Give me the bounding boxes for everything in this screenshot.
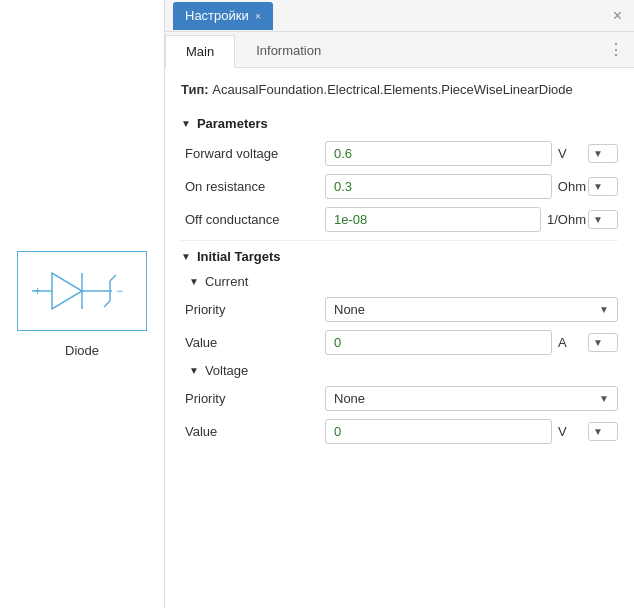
voltage-unit-dropdown[interactable]: ▼ — [588, 422, 618, 441]
current-value-row: Value A ▼ — [181, 330, 618, 355]
current-value-label: Value — [185, 335, 325, 350]
off-conductance-label: Off conductance — [185, 212, 325, 227]
tab-bar: Main Information ⋮ — [165, 32, 634, 68]
tab-information[interactable]: Information — [235, 34, 342, 67]
separator-1 — [181, 240, 618, 241]
diode-diagram: + − — [17, 251, 147, 331]
voltage-priority-select[interactable]: None ▼ — [325, 386, 618, 411]
voltage-unit-label: V — [556, 420, 588, 443]
parameters-title: Parameters — [197, 116, 268, 131]
initial-targets-arrow: ▼ — [181, 251, 191, 262]
parameters-section-header[interactable]: ▼ Parameters — [181, 116, 618, 131]
current-label: Current — [205, 274, 248, 289]
title-bar: Настройки × × — [165, 0, 634, 32]
chevron-icon: ▼ — [599, 393, 609, 404]
svg-text:−: − — [116, 284, 123, 298]
current-value-input[interactable] — [325, 330, 552, 355]
voltage-priority-value: None — [334, 391, 365, 406]
off-conductance-input[interactable] — [325, 207, 541, 232]
content-area: Тип: AcausalFoundation.Electrical.Elemen… — [165, 68, 634, 608]
settings-tab[interactable]: Настройки × — [173, 2, 273, 30]
off-conductance-unit-dropdown[interactable]: ▼ — [588, 210, 618, 229]
chevron-icon: ▼ — [593, 148, 603, 159]
parameters-arrow: ▼ — [181, 118, 191, 129]
on-resistance-input[interactable] — [325, 174, 552, 199]
tab-main[interactable]: Main — [165, 35, 235, 68]
on-resistance-row: On resistance Ohm ▼ — [181, 174, 618, 199]
tab-title: Настройки — [185, 8, 249, 23]
chevron-icon: ▼ — [593, 181, 603, 192]
type-row: Тип: AcausalFoundation.Electrical.Elemen… — [181, 80, 618, 100]
chevron-icon: ▼ — [593, 337, 603, 348]
on-resistance-unit: Ohm ▼ — [556, 175, 618, 198]
current-unit-dropdown[interactable]: ▼ — [588, 333, 618, 352]
current-arrow: ▼ — [189, 276, 199, 287]
chevron-icon: ▼ — [599, 304, 609, 315]
forward-voltage-unit-label: V — [556, 142, 588, 165]
on-resistance-label: On resistance — [185, 179, 325, 194]
chevron-icon: ▼ — [593, 426, 603, 437]
type-value: AcausalFoundation.Electrical.Elements.Pi… — [212, 82, 573, 97]
current-priority-row: Priority None ▼ — [181, 297, 618, 322]
chevron-icon: ▼ — [593, 214, 603, 225]
close-icon[interactable]: × — [255, 10, 261, 22]
svg-line-7 — [110, 275, 116, 281]
current-priority-select[interactable]: None ▼ — [325, 297, 618, 322]
voltage-priority-row: Priority None ▼ — [181, 386, 618, 411]
voltage-label: Voltage — [205, 363, 248, 378]
voltage-value-label: Value — [185, 424, 325, 439]
current-priority-label: Priority — [185, 302, 325, 317]
off-conductance-unit: 1/Ohm ▼ — [545, 208, 618, 231]
current-subsection-header[interactable]: ▼ Current — [181, 274, 618, 289]
voltage-value-input[interactable] — [325, 419, 552, 444]
forward-voltage-input[interactable] — [325, 141, 552, 166]
voltage-unit: V ▼ — [556, 420, 618, 443]
off-conductance-row: Off conductance 1/Ohm ▼ — [181, 207, 618, 232]
on-resistance-unit-dropdown[interactable]: ▼ — [588, 177, 618, 196]
current-unit-label: A — [556, 331, 588, 354]
initial-targets-section-header[interactable]: ▼ Initial Targets — [181, 249, 618, 264]
main-window: + − Diode Настройки × × Main — [0, 0, 634, 608]
diode-svg: + − — [32, 261, 132, 321]
voltage-subsection-header[interactable]: ▼ Voltage — [181, 363, 618, 378]
type-label: Тип: — [181, 82, 212, 97]
right-panel: Настройки × × Main Information ⋮ Тип: Ac… — [165, 0, 634, 608]
voltage-priority-label: Priority — [185, 391, 325, 406]
off-conductance-unit-label: 1/Ohm — [545, 208, 588, 231]
forward-voltage-unit-dropdown[interactable]: ▼ — [588, 144, 618, 163]
svg-text:+: + — [34, 284, 41, 298]
diode-label: Diode — [65, 343, 99, 358]
on-resistance-unit-label: Ohm — [556, 175, 588, 198]
voltage-arrow: ▼ — [189, 365, 199, 376]
left-panel: + − Diode — [0, 0, 165, 608]
forward-voltage-unit: V ▼ — [556, 142, 618, 165]
tab-more-icon[interactable]: ⋮ — [598, 32, 634, 67]
current-unit: A ▼ — [556, 331, 618, 354]
forward-voltage-label: Forward voltage — [185, 146, 325, 161]
initial-targets-title: Initial Targets — [197, 249, 281, 264]
svg-line-8 — [104, 301, 110, 307]
window-close-icon[interactable]: × — [609, 7, 626, 25]
current-priority-value: None — [334, 302, 365, 317]
forward-voltage-row: Forward voltage V ▼ — [181, 141, 618, 166]
svg-marker-1 — [52, 273, 82, 309]
voltage-value-row: Value V ▼ — [181, 419, 618, 444]
